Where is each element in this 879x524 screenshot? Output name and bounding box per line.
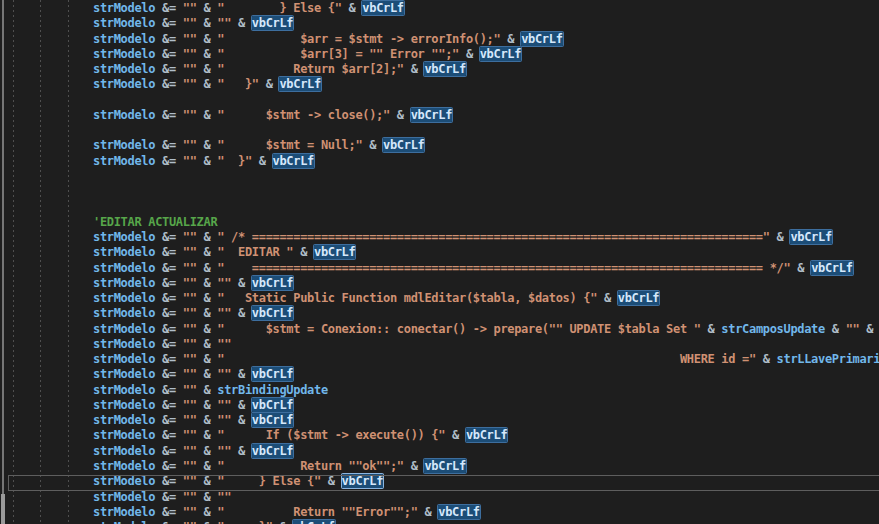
identifier: strModelo	[93, 261, 155, 275]
operator: &	[197, 490, 218, 504]
vbcrlf-highlight: vbCrLf	[314, 245, 355, 259]
identifier: strModelo	[93, 306, 155, 320]
code-line[interactable]: strModelo &= "" & "" & vbCrLf	[0, 413, 879, 428]
code-line[interactable]: strModelo &= "" & " ====================…	[0, 261, 879, 276]
code-line[interactable]: 'EDITAR ACTUALIZAR	[0, 215, 879, 230]
identifier: strModelo	[93, 474, 155, 488]
code-line[interactable]	[0, 184, 879, 199]
vbcrlf-highlight: vbCrLf	[252, 398, 293, 412]
operator: &	[362, 138, 383, 152]
operator: &	[197, 459, 218, 473]
code-line[interactable]	[0, 199, 879, 214]
string-literal: " }"	[217, 77, 258, 91]
string-literal: ""	[183, 291, 197, 305]
string-literal: ""	[217, 367, 231, 381]
code-line[interactable]: strModelo &= "" & " }" & vbCrLf	[0, 520, 879, 524]
operator: &	[404, 459, 425, 473]
string-literal: " }"	[217, 520, 272, 524]
code-line[interactable]: strModelo &= "" & ""	[0, 490, 879, 505]
operator: &=	[155, 108, 183, 122]
vbcrlf-highlight: vbCrLf	[293, 520, 334, 524]
code-line[interactable]: strModelo &= "" & "" & vbCrLf	[0, 444, 879, 459]
operator: &	[259, 77, 280, 91]
code-line[interactable]: strModelo &= "" & "" & vbCrLf	[0, 276, 879, 291]
code-line[interactable]: strModelo &= "" & " EDITAR " & vbCrLf	[0, 245, 879, 260]
string-literal: ""	[183, 428, 197, 442]
string-literal: ""	[217, 276, 231, 290]
operator: &=	[155, 428, 183, 442]
code-line[interactable]: strModelo &= "" & " $arr = $stmt -> erro…	[0, 32, 879, 47]
string-literal: ""	[183, 245, 197, 259]
code-line[interactable]: strModelo &= "" & " $arr[3] = "" Error "…	[0, 47, 879, 62]
code-line[interactable]: strModelo &= "" & " Return $arr[2];" & v…	[0, 62, 879, 77]
operator: &=	[155, 32, 183, 46]
operator: &	[197, 505, 218, 519]
string-literal: ""	[183, 413, 197, 427]
code-area[interactable]: strModelo &= "" & " } Else {" & vbCrLfst…	[0, 1, 879, 524]
string-literal: ""	[183, 108, 197, 122]
string-literal: ""	[183, 383, 197, 397]
code-line[interactable]: strModelo &= "" & " Return ""Error"";" &…	[0, 505, 879, 520]
string-literal: ""	[183, 505, 197, 519]
code-editor[interactable]: strModelo &= "" & " } Else {" & vbCrLfst…	[0, 0, 879, 524]
string-literal: " } Else {"	[217, 1, 341, 15]
code-line[interactable]: strModelo &= "" & "" & vbCrLf	[0, 16, 879, 31]
operator: &	[197, 32, 218, 46]
identifier: strModelo	[93, 77, 155, 91]
operator: &	[321, 474, 342, 488]
string-literal: ""	[183, 444, 197, 458]
code-line[interactable]: strModelo &= "" & " WHERE id =" & strLLa…	[0, 352, 879, 367]
operator: &	[342, 1, 363, 15]
identifier: strModelo	[93, 245, 155, 259]
operator: &	[197, 108, 218, 122]
operator: &	[756, 352, 777, 366]
code-line[interactable]: strModelo &= "" & "" & vbCrLf	[0, 367, 879, 382]
identifier: strModelo	[93, 62, 155, 76]
code-line[interactable]: strModelo &= "" & "" & vbCrLf	[0, 306, 879, 321]
string-literal: ""	[183, 138, 197, 152]
string-literal: ""	[183, 367, 197, 381]
code-line[interactable]: strModelo &= "" & ""	[0, 337, 879, 352]
operator: &	[197, 62, 218, 76]
code-line[interactable]: strModelo &= "" & " $stmt = Null;" & vbC…	[0, 138, 879, 153]
code-line[interactable]: strModelo &= "" & " /* =================…	[0, 230, 879, 245]
operator: &	[790, 261, 811, 275]
operator: &	[197, 444, 218, 458]
string-literal: ""	[217, 413, 231, 427]
identifier: strModelo	[93, 108, 155, 122]
code-line[interactable]: strModelo &= "" & " $stmt = Conexion:: c…	[0, 322, 879, 337]
operator: &	[231, 16, 252, 30]
operator: &	[197, 276, 218, 290]
code-line[interactable]: strModelo &= "" & " If ($stmt -> execute…	[0, 428, 879, 443]
code-line[interactable]: strModelo &= "" & " } Else {" & vbCrLf	[0, 474, 879, 489]
operator: &	[197, 47, 218, 61]
string-literal: ""	[183, 474, 197, 488]
code-line[interactable]: strModelo &= "" & " $stmt -> close();" &…	[0, 108, 879, 123]
string-literal: " /* ===================================…	[217, 230, 769, 244]
operator: &	[770, 230, 791, 244]
operator: &	[390, 108, 411, 122]
code-line[interactable]: strModelo &= "" & " }" & vbCrLf	[0, 154, 879, 169]
operator: &=	[155, 383, 183, 397]
string-literal: " EDITAR "	[217, 245, 293, 259]
operator: &=	[155, 352, 183, 366]
code-line[interactable]: strModelo &= "" & strBindingUpdate	[0, 383, 879, 398]
code-line[interactable]	[0, 123, 879, 138]
code-line[interactable]: strModelo &= "" & "" & vbCrLf	[0, 398, 879, 413]
string-literal: ""	[217, 306, 231, 320]
code-line[interactable]: strModelo &= "" & " } Else {" & vbCrLf	[0, 1, 879, 16]
operator: &=	[155, 459, 183, 473]
operator: &	[197, 138, 218, 152]
vbcrlf-highlight: vbCrLf	[252, 413, 293, 427]
operator: &	[197, 322, 218, 336]
code-line[interactable]	[0, 169, 879, 184]
code-line[interactable]: strModelo &= "" & " Static Public Functi…	[0, 291, 879, 306]
code-line[interactable]	[0, 93, 879, 108]
identifier: strModelo	[93, 276, 155, 290]
code-line[interactable]: strModelo &= "" & " Return ""ok"";" & vb…	[0, 459, 879, 474]
string-literal: ""	[183, 261, 197, 275]
string-literal: " $arr[3] = "" Error "";"	[217, 47, 459, 61]
identifier: strModelo	[93, 16, 155, 30]
code-line[interactable]: strModelo &= "" & " }" & vbCrLf	[0, 77, 879, 92]
identifier: strModelo	[93, 520, 155, 524]
